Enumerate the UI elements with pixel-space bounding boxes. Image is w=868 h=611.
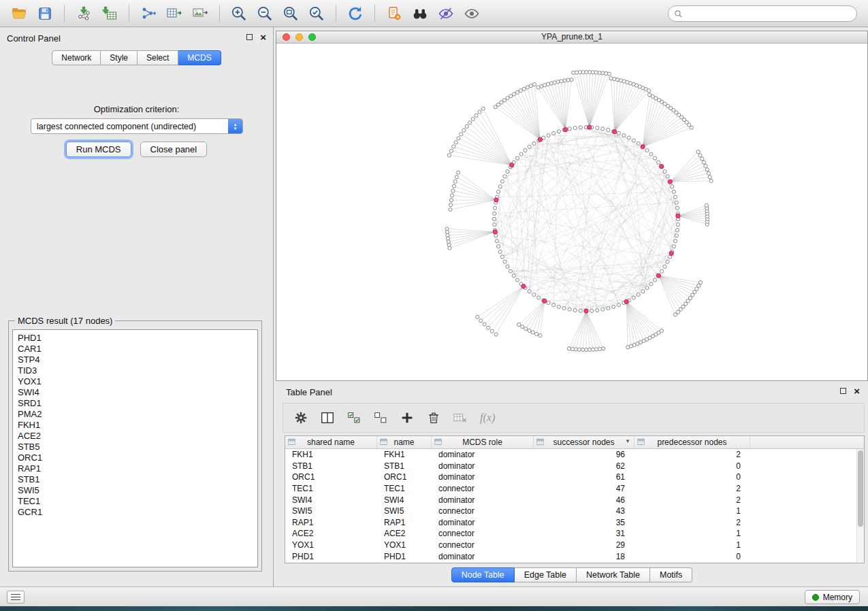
zoom-fit-icon[interactable] bbox=[278, 3, 303, 24]
mcds-result-item[interactable]: PHD1 bbox=[18, 333, 257, 344]
mcds-result-item[interactable]: PMA2 bbox=[18, 409, 257, 420]
function-builder-icon[interactable]: f(x) bbox=[477, 412, 495, 424]
zoom-in-icon[interactable] bbox=[227, 3, 251, 24]
mcds-result-item[interactable]: SWI4 bbox=[18, 387, 257, 398]
cell-successor-nodes[interactable]: 96 bbox=[534, 450, 634, 459]
mcds-result-item[interactable]: SRD1 bbox=[18, 398, 257, 409]
mcds-result-item[interactable]: TEC1 bbox=[18, 496, 257, 507]
chevron-down-icon[interactable]: ▼ bbox=[625, 438, 630, 444]
mcds-result-item[interactable]: STB5 bbox=[18, 442, 257, 452]
cell-predecessor-nodes[interactable]: 2 bbox=[634, 495, 750, 505]
cell-successor-nodes[interactable]: 62 bbox=[534, 461, 634, 471]
table-row[interactable]: SWI4SWI4dominator462 bbox=[285, 494, 856, 506]
cell-predecessor-nodes[interactable]: 2 bbox=[634, 518, 750, 527]
cell-MCDS-role[interactable]: dominator bbox=[432, 450, 534, 459]
cell-predecessor-nodes[interactable]: 2 bbox=[634, 450, 750, 459]
cell-name[interactable]: FKH1 bbox=[377, 450, 432, 459]
table-row[interactable]: SWI5SWI5connector431 bbox=[285, 506, 856, 517]
table-row[interactable]: FKH1FKH1dominator962 bbox=[285, 449, 856, 461]
window-minimize-button[interactable] bbox=[295, 33, 303, 41]
import-network-icon[interactable] bbox=[71, 3, 96, 24]
show-columns-icon[interactable] bbox=[318, 408, 337, 428]
tab-select[interactable]: Select bbox=[138, 50, 178, 65]
cell-MCDS-role[interactable]: connector bbox=[432, 484, 534, 493]
cell-successor-nodes[interactable]: 61 bbox=[534, 472, 634, 482]
cell-predecessor-nodes[interactable]: 0 bbox=[634, 461, 750, 471]
close-panel-icon[interactable]: × bbox=[854, 387, 860, 395]
cell-name[interactable]: RAP1 bbox=[377, 518, 432, 527]
table-row[interactable]: PHD1PHD1dominator180 bbox=[285, 550, 856, 562]
mcds-result-item[interactable]: STB1 bbox=[18, 474, 257, 485]
tab-motifs[interactable]: Motifs bbox=[650, 567, 692, 582]
mcds-result-item[interactable]: ACE2 bbox=[18, 431, 257, 442]
column-header-MCDS-role[interactable]: MCDS role bbox=[432, 436, 534, 448]
cell-MCDS-role[interactable]: connector bbox=[432, 540, 534, 550]
cell-name[interactable]: SWI5 bbox=[377, 506, 432, 516]
delete-table-icon[interactable] bbox=[451, 408, 470, 428]
status-menu-icon[interactable] bbox=[7, 591, 25, 604]
tab-network-table[interactable]: Network Table bbox=[577, 567, 650, 582]
cell-successor-nodes[interactable]: 29 bbox=[534, 540, 634, 550]
share-document-icon[interactable] bbox=[382, 3, 406, 24]
close-panel-button[interactable]: Close panel bbox=[140, 142, 208, 157]
memory-button[interactable]: Memory bbox=[805, 590, 860, 604]
table-row[interactable]: STB1STB1dominator620 bbox=[285, 461, 856, 472]
cell-successor-nodes[interactable]: 47 bbox=[534, 484, 634, 493]
open-folder-icon[interactable] bbox=[7, 3, 31, 24]
mcds-result-item[interactable]: GCR1 bbox=[18, 507, 257, 518]
table-scrollbar[interactable] bbox=[856, 449, 864, 563]
cell-name[interactable]: ORC1 bbox=[377, 472, 432, 482]
select-all-checkboxes-icon[interactable] bbox=[344, 408, 364, 428]
cell-name[interactable]: STB1 bbox=[377, 461, 432, 471]
tab-mcds[interactable]: MCDS bbox=[178, 50, 221, 65]
cell-MCDS-role[interactable]: connector bbox=[432, 529, 534, 538]
deselect-all-checkboxes-icon[interactable] bbox=[371, 408, 390, 428]
window-zoom-button[interactable] bbox=[308, 33, 316, 41]
network-canvas[interactable] bbox=[276, 44, 867, 380]
mcds-result-item[interactable]: TID3 bbox=[18, 365, 257, 376]
scrollbar-thumb[interactable] bbox=[858, 450, 863, 527]
show-details-eye-icon[interactable] bbox=[460, 3, 484, 24]
cell-shared-name[interactable]: ORC1 bbox=[285, 472, 377, 482]
cell-name[interactable]: YOX1 bbox=[377, 540, 432, 550]
cell-MCDS-role[interactable]: connector bbox=[432, 506, 534, 516]
cell-successor-nodes[interactable]: 46 bbox=[534, 495, 634, 505]
import-table-icon[interactable] bbox=[97, 3, 122, 24]
cell-MCDS-role[interactable]: dominator bbox=[432, 495, 534, 505]
mcds-result-item[interactable]: CAR1 bbox=[18, 344, 257, 354]
delete-column-trash-icon[interactable] bbox=[424, 408, 443, 428]
mcds-result-item[interactable]: ORC1 bbox=[18, 452, 257, 463]
cell-MCDS-role[interactable]: dominator bbox=[432, 552, 534, 561]
cell-MCDS-role[interactable]: dominator bbox=[432, 518, 534, 527]
cell-shared-name[interactable]: SWI4 bbox=[285, 495, 377, 505]
mcds-result-item[interactable]: RAP1 bbox=[18, 463, 257, 474]
tab-node-table[interactable]: Node Table bbox=[451, 567, 515, 582]
cell-name[interactable]: TEC1 bbox=[377, 484, 432, 493]
cell-predecessor-nodes[interactable]: 1 bbox=[634, 506, 750, 516]
search-input[interactable] bbox=[668, 5, 857, 22]
cell-MCDS-role[interactable]: dominator bbox=[432, 461, 534, 471]
export-table-icon[interactable] bbox=[162, 3, 187, 24]
cell-name[interactable]: PHD1 bbox=[377, 552, 432, 561]
run-mcds-button[interactable]: Run MCDS bbox=[66, 142, 131, 157]
cell-predecessor-nodes[interactable]: 2 bbox=[634, 484, 750, 493]
cell-predecessor-nodes[interactable]: 1 bbox=[634, 529, 750, 538]
cell-successor-nodes[interactable]: 43 bbox=[534, 506, 634, 516]
network-graph[interactable] bbox=[276, 44, 867, 380]
mcds-result-list[interactable]: PHD1CAR1STP4TID3YOX1SWI4SRD1PMA2FKH1ACE2… bbox=[12, 329, 258, 567]
table-row[interactable]: TEC1TEC1connector472 bbox=[285, 483, 856, 495]
column-header-predecessor-nodes[interactable]: predecessor nodes bbox=[634, 436, 750, 448]
refresh-layout-icon[interactable] bbox=[343, 3, 368, 24]
column-header-successor-nodes[interactable]: successor nodes▼ bbox=[534, 436, 634, 448]
cell-shared-name[interactable]: YOX1 bbox=[285, 540, 377, 550]
cell-shared-name[interactable]: STB1 bbox=[285, 461, 377, 471]
export-network-icon[interactable] bbox=[136, 3, 161, 24]
close-panel-icon[interactable]: × bbox=[260, 33, 266, 41]
cell-MCDS-role[interactable]: dominator bbox=[432, 472, 534, 482]
search-binoculars-icon[interactable] bbox=[408, 3, 432, 24]
window-close-button[interactable] bbox=[283, 33, 290, 41]
column-header-shared-name[interactable]: shared name bbox=[285, 436, 377, 448]
table-row[interactable]: RAP1RAP1dominator352 bbox=[285, 517, 856, 529]
cell-name[interactable]: SWI4 bbox=[377, 495, 432, 505]
table-settings-gear-icon[interactable] bbox=[291, 408, 310, 428]
